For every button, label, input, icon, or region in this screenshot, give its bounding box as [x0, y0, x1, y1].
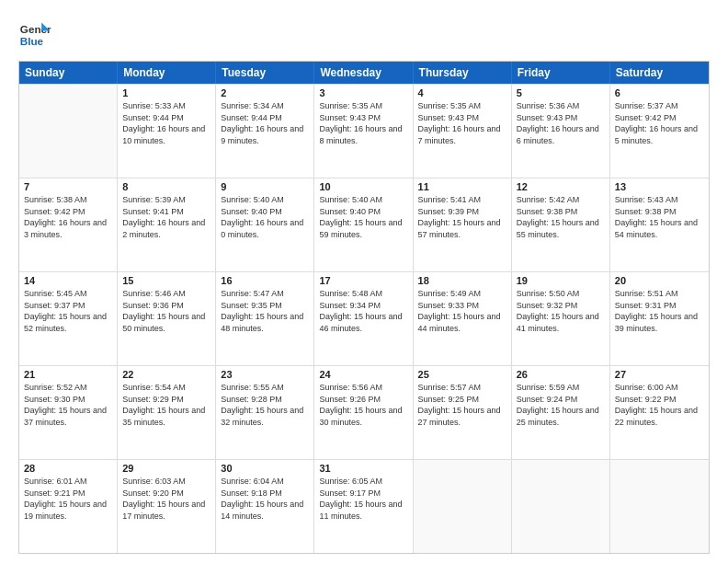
calendar-cell: 30Sunrise: 6:04 AMSunset: 9:18 PMDayligh…: [216, 460, 314, 553]
cell-info-line: Sunset: 9:41 PM: [122, 206, 210, 218]
logo: General Blue: [18, 18, 51, 52]
calendar-cell: [610, 460, 709, 553]
cell-info-line: Daylight: 16 hours and 6 minutes.: [517, 123, 605, 146]
cell-info-line: Sunrise: 5:50 AM: [517, 288, 605, 300]
day-number: 9: [221, 181, 309, 192]
day-number: 27: [615, 369, 704, 380]
calendar-cell: [19, 85, 118, 178]
cell-info-line: Sunrise: 5:51 AM: [615, 288, 704, 300]
calendar-cell: 13Sunrise: 5:43 AMSunset: 9:38 PMDayligh…: [610, 178, 709, 271]
calendar-cell: 15Sunrise: 5:46 AMSunset: 9:36 PMDayligh…: [118, 272, 216, 365]
day-number: 24: [319, 369, 407, 380]
cell-info-line: Sunrise: 5:38 AM: [24, 194, 112, 206]
cell-info-line: Sunset: 9:28 PM: [221, 394, 309, 406]
day-number: 17: [319, 275, 407, 286]
calendar-row-4: 28Sunrise: 6:01 AMSunset: 9:21 PMDayligh…: [19, 459, 709, 553]
cell-info-line: Sunset: 9:20 PM: [122, 488, 210, 500]
cell-info-line: Sunrise: 5:57 AM: [418, 382, 506, 394]
calendar-cell: 12Sunrise: 5:42 AMSunset: 9:38 PMDayligh…: [512, 178, 610, 271]
cell-info-line: Sunset: 9:34 PM: [319, 300, 407, 312]
cell-info-line: Daylight: 15 hours and 41 minutes.: [517, 311, 605, 334]
calendar-cell: 10Sunrise: 5:40 AMSunset: 9:40 PMDayligh…: [314, 178, 413, 271]
cell-info-line: Sunrise: 5:37 AM: [615, 100, 704, 112]
calendar-cell: 7Sunrise: 5:38 AMSunset: 9:42 PMDaylight…: [19, 178, 118, 271]
cell-info-line: Sunset: 9:36 PM: [122, 300, 210, 312]
cell-info-line: Sunrise: 6:01 AM: [24, 476, 112, 488]
calendar-cell: 27Sunrise: 6:00 AMSunset: 9:22 PMDayligh…: [610, 366, 709, 459]
cell-info-line: Sunset: 9:42 PM: [615, 112, 704, 124]
cell-info-line: Daylight: 15 hours and 50 minutes.: [122, 311, 210, 334]
cell-info-line: Sunset: 9:43 PM: [319, 112, 407, 124]
calendar-cell: [512, 460, 610, 553]
cell-info-line: Daylight: 15 hours and 32 minutes.: [221, 405, 309, 428]
header: General Blue: [18, 18, 710, 52]
day-number: 16: [221, 275, 309, 286]
cell-info-line: Sunrise: 5:52 AM: [24, 382, 112, 394]
page: General Blue SundayMondayTuesdayWednesda…: [0, 0, 728, 563]
calendar-row-2: 14Sunrise: 5:45 AMSunset: 9:37 PMDayligh…: [19, 271, 709, 365]
calendar-cell: 28Sunrise: 6:01 AMSunset: 9:21 PMDayligh…: [19, 460, 118, 553]
cell-info-line: Daylight: 15 hours and 27 minutes.: [418, 405, 506, 428]
cell-info-line: Daylight: 15 hours and 48 minutes.: [221, 311, 309, 334]
calendar-cell: 22Sunrise: 5:54 AMSunset: 9:29 PMDayligh…: [118, 366, 216, 459]
day-number: 12: [517, 181, 605, 192]
cell-info-line: Sunset: 9:25 PM: [418, 394, 506, 406]
day-number: 7: [24, 181, 112, 192]
calendar-cell: 26Sunrise: 5:59 AMSunset: 9:24 PMDayligh…: [512, 366, 610, 459]
cell-info-line: Daylight: 16 hours and 10 minutes.: [122, 123, 210, 146]
cell-info-line: Daylight: 15 hours and 30 minutes.: [319, 405, 407, 428]
cell-info-line: Daylight: 15 hours and 22 minutes.: [615, 405, 704, 428]
calendar-cell: 17Sunrise: 5:48 AMSunset: 9:34 PMDayligh…: [314, 272, 413, 365]
cell-info-line: Sunset: 9:35 PM: [221, 300, 309, 312]
calendar-cell: 3Sunrise: 5:35 AMSunset: 9:43 PMDaylight…: [314, 85, 413, 178]
calendar-cell: 5Sunrise: 5:36 AMSunset: 9:43 PMDaylight…: [512, 85, 610, 178]
cell-info-line: Sunset: 9:37 PM: [24, 300, 112, 312]
cell-info-line: Daylight: 15 hours and 37 minutes.: [24, 405, 112, 428]
calendar-cell: 18Sunrise: 5:49 AMSunset: 9:33 PMDayligh…: [414, 272, 512, 365]
day-number: 5: [517, 87, 605, 98]
header-day-friday: Friday: [512, 62, 610, 84]
day-number: 15: [122, 275, 210, 286]
cell-info-line: Daylight: 16 hours and 7 minutes.: [418, 123, 506, 146]
cell-info-line: Sunrise: 5:40 AM: [319, 194, 407, 206]
calendar-cell: 25Sunrise: 5:57 AMSunset: 9:25 PMDayligh…: [414, 366, 512, 459]
header-day-sunday: Sunday: [19, 62, 118, 84]
calendar-cell: 24Sunrise: 5:56 AMSunset: 9:26 PMDayligh…: [314, 366, 413, 459]
cell-info-line: Daylight: 15 hours and 44 minutes.: [418, 311, 506, 334]
cell-info-line: Sunrise: 5:33 AM: [122, 100, 210, 112]
day-number: 30: [221, 463, 309, 474]
day-number: 14: [24, 275, 112, 286]
cell-info-line: Sunrise: 5:46 AM: [122, 288, 210, 300]
cell-info-line: Daylight: 16 hours and 9 minutes.: [221, 123, 309, 146]
day-number: 18: [418, 275, 506, 286]
calendar-cell: 9Sunrise: 5:40 AMSunset: 9:40 PMDaylight…: [216, 178, 314, 271]
cell-info-line: Daylight: 16 hours and 8 minutes.: [319, 123, 407, 146]
cell-info-line: Sunset: 9:44 PM: [221, 112, 309, 124]
cell-info-line: Sunrise: 6:03 AM: [122, 476, 210, 488]
cell-info-line: Sunrise: 5:48 AM: [319, 288, 407, 300]
cell-info-line: Sunset: 9:29 PM: [122, 394, 210, 406]
calendar-cell: 29Sunrise: 6:03 AMSunset: 9:20 PMDayligh…: [118, 460, 216, 553]
day-number: 21: [24, 369, 112, 380]
cell-info-line: Daylight: 16 hours and 3 minutes.: [24, 217, 112, 240]
cell-info-line: Sunset: 9:22 PM: [615, 394, 704, 406]
cell-info-line: Sunset: 9:39 PM: [418, 206, 506, 218]
cell-info-line: Sunrise: 5:35 AM: [319, 100, 407, 112]
cell-info-line: Daylight: 15 hours and 57 minutes.: [418, 217, 506, 240]
cell-info-line: Sunrise: 6:04 AM: [221, 476, 309, 488]
calendar-row-3: 21Sunrise: 5:52 AMSunset: 9:30 PMDayligh…: [19, 365, 709, 459]
day-number: 26: [517, 369, 605, 380]
header-day-wednesday: Wednesday: [314, 62, 413, 84]
cell-info-line: Daylight: 15 hours and 52 minutes.: [24, 311, 112, 334]
cell-info-line: Sunset: 9:43 PM: [517, 112, 605, 124]
calendar-header: SundayMondayTuesdayWednesdayThursdayFrid…: [19, 62, 709, 84]
day-number: 19: [517, 275, 605, 286]
day-number: 22: [122, 369, 210, 380]
cell-info-line: Daylight: 15 hours and 14 minutes.: [221, 499, 309, 522]
cell-info-line: Sunset: 9:38 PM: [615, 206, 704, 218]
cell-info-line: Sunset: 9:40 PM: [221, 206, 309, 218]
cell-info-line: Sunset: 9:38 PM: [517, 206, 605, 218]
cell-info-line: Sunset: 9:43 PM: [418, 112, 506, 124]
cell-info-line: Sunset: 9:42 PM: [24, 206, 112, 218]
cell-info-line: Daylight: 15 hours and 19 minutes.: [24, 499, 112, 522]
